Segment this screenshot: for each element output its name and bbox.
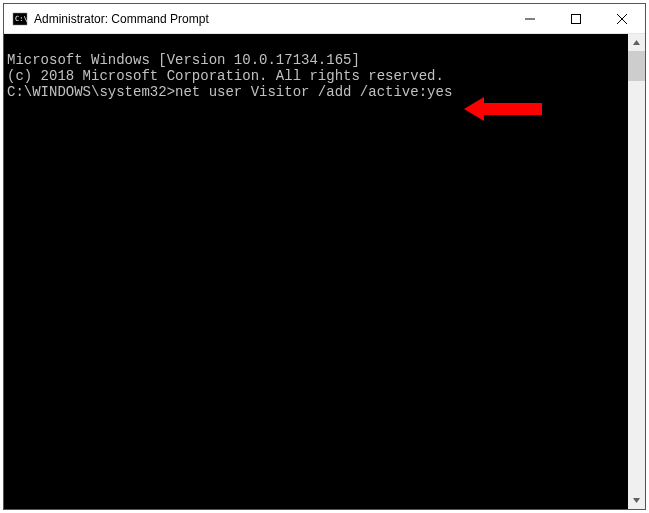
prompt-text: C:\WINDOWS\system32> <box>7 84 175 100</box>
prompt-line: C:\WINDOWS\system32>net user Visitor /ad… <box>7 84 628 100</box>
console-output[interactable]: Microsoft Windows [Version 10.0.17134.16… <box>4 34 628 509</box>
console-line: Microsoft Windows [Version 10.0.17134.16… <box>7 52 628 68</box>
scrollbar-track[interactable] <box>628 51 645 492</box>
vertical-scrollbar[interactable] <box>628 34 645 509</box>
svg-text:C:\: C:\ <box>15 15 28 23</box>
svg-rect-3 <box>572 15 581 24</box>
maximize-button[interactable] <box>553 4 599 34</box>
scroll-down-button[interactable] <box>628 492 645 509</box>
scroll-up-button[interactable] <box>628 34 645 51</box>
title-bar[interactable]: C:\ Administrator: Command Prompt <box>4 4 645 34</box>
scrollbar-thumb[interactable] <box>628 51 645 81</box>
command-prompt-window: C:\ Administrator: Command Prompt Micros… <box>3 3 646 510</box>
minimize-button[interactable] <box>507 4 553 34</box>
app-icon: C:\ <box>12 11 28 27</box>
console-line: (c) 2018 Microsoft Corporation. All righ… <box>7 68 628 84</box>
close-button[interactable] <box>599 4 645 34</box>
console-area: Microsoft Windows [Version 10.0.17134.16… <box>4 34 645 509</box>
command-input[interactable]: net user Visitor /add /active:yes <box>175 84 452 100</box>
window-controls <box>507 4 645 33</box>
window-title: Administrator: Command Prompt <box>34 12 507 26</box>
